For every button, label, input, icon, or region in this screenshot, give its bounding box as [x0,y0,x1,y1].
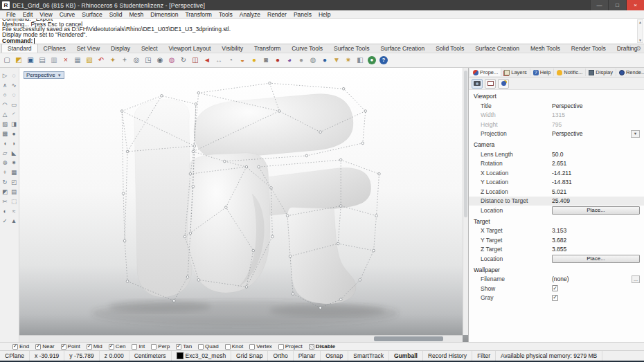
light-icon[interactable]: ● [249,55,259,66]
freeform-icon[interactable]: ◜ [10,109,19,119]
options-icon[interactable]: ✷ [343,55,353,66]
paste-icon[interactable]: ▧ [84,55,94,66]
browse-button[interactable]: ... [632,275,640,283]
light-properties-button[interactable] [498,79,509,89]
web-browser-icon[interactable]: ● [368,56,376,64]
ghosted-display-icon[interactable]: ◍ [308,55,318,66]
menu-item[interactable]: Mesh [126,11,147,18]
osnap-toggle[interactable]: End [12,343,29,350]
curve-boolean-icon[interactable]: ◐ [1,206,10,216]
rotate-view-icon[interactable]: ↻ [179,55,188,66]
status-cell[interactable]: SmartTrack [348,351,389,361]
osnap-toggle[interactable]: Quad [198,343,219,350]
shaded-display-icon[interactable]: ● [296,55,306,66]
osnap-checkbox[interactable] [132,344,137,350]
lens-length-value[interactable]: 50.0 [552,151,644,158]
toolbar-tab[interactable]: Render Tools [566,44,611,53]
control-point-curve-icon[interactable]: ∿ [10,80,19,90]
toolbar-tab[interactable]: CPlanes [38,44,71,53]
toolbar-tab[interactable]: Solid Tools [430,44,469,53]
osnap-toggle[interactable]: Knot [225,343,243,350]
fillet-icon[interactable]: ◣ [10,148,19,158]
status-cell[interactable]: Planar [294,351,321,361]
x-target-value[interactable]: 3.153 [552,227,644,234]
status-cell[interactable]: Centimeters [129,351,172,361]
check-tool-icon[interactable]: ✓ [1,216,10,226]
status-cell[interactable]: Record History [423,351,472,361]
render-preview-icon[interactable]: ◕ [285,55,294,66]
copy-tool-icon[interactable]: ▦ [10,168,19,177]
panel-tab[interactable]: Rende... [616,69,644,76]
status-cell[interactable]: Filter [472,351,496,361]
toolbar-tab[interactable]: Surface Tools [328,44,375,53]
menu-item[interactable]: Analyze [236,11,264,18]
scale-tool-icon[interactable]: ◰ [10,177,19,187]
render-icon[interactable]: ● [273,55,283,66]
status-cell[interactable]: y -75.789 [64,351,99,361]
menu-item[interactable]: Dimension [147,11,181,18]
undo-view-icon[interactable]: ◄ [202,55,212,66]
lock-icon[interactable]: ◙ [261,55,271,66]
box-icon[interactable]: ▩ [1,129,10,138]
osnap-toggle[interactable]: Vertex [249,343,272,350]
menu-item[interactable]: Panels [290,11,315,18]
y-target-value[interactable]: 3.682 [552,237,644,244]
osnap-toggle[interactable]: Point [61,343,80,350]
z-target-value[interactable]: 3.855 [552,246,644,253]
array-tool-icon[interactable]: ▤ [10,187,19,197]
zoom-dynamic-icon[interactable]: ◉ [155,55,165,66]
toolbar-tab[interactable]: Set View [71,44,105,53]
vertical-scroll-thumb[interactable] [464,71,467,217]
scroll-down-icon[interactable]: ▼ [638,38,642,42]
toolbar-tab[interactable]: Transform [249,44,286,53]
close-button[interactable]: × [626,0,644,10]
help-icon[interactable]: ? [379,56,388,64]
surface-loft-icon[interactable]: ◨ [10,119,19,129]
arc-icon[interactable]: ◠ [1,100,10,109]
explode-icon[interactable]: ✷ [10,158,19,168]
osnap-toggle[interactable]: Cen [109,343,126,350]
pan-view-icon[interactable]: ↔ [214,55,224,66]
toolbar-tab[interactable]: Surface Creation [469,44,525,53]
surface-icon[interactable]: ▧ [1,119,10,129]
delete-icon[interactable]: × [61,55,71,66]
menu-item[interactable]: Transform [181,11,215,18]
toolbar-tab[interactable]: Select [136,44,163,53]
copy-icon[interactable]: ▦ [73,55,82,66]
menu-item[interactable]: Surface [78,11,105,18]
osnap-toggle[interactable]: Tan [176,343,192,350]
named-view-icon[interactable]: ◔ [226,55,235,66]
maximize-button[interactable]: □ [608,0,626,10]
viewport-horizontal-scrollbar[interactable] [19,335,463,342]
lasso-select-icon[interactable]: ◌ [10,71,19,80]
panel-tab[interactable]: Display [586,69,616,76]
floating-viewport-icon[interactable]: ◧ [355,55,365,66]
toolbar-tab[interactable]: Viewport Layout [163,44,217,53]
toolbar-tab[interactable]: Mesh Tools [525,44,566,53]
scroll-up-icon[interactable]: ▲ [638,20,642,24]
viewport-vertical-scrollbar[interactable] [463,68,468,335]
osnap-checkbox[interactable] [151,344,156,350]
menu-item[interactable]: Edit [19,11,37,18]
osnap-checkbox[interactable] [176,344,181,350]
show-checkbox[interactable] [552,285,558,291]
trim-tool-icon[interactable]: ✂ [1,197,10,206]
panel-tab[interactable]: Prope... [470,69,501,76]
status-cell[interactable]: Exc3_02_mesh [172,351,232,361]
osnap-checkbox[interactable] [225,344,231,350]
status-cell[interactable]: Available physical memory: 9279 MB [496,351,602,361]
viewport-layout-icon[interactable]: ◫ [190,55,200,66]
osnap-checkbox[interactable] [278,344,284,350]
osnap-checkbox[interactable] [249,344,255,350]
join-icon[interactable]: ⊕ [1,158,10,168]
toolbar-tab[interactable]: Display [105,44,136,53]
toolbar-tab[interactable]: Visibility [216,44,249,53]
viewport-title-value[interactable]: Perspective [552,102,644,109]
move-tool-icon[interactable]: + [1,168,10,177]
wallpaper-filename-value[interactable]: (none) ... [552,275,644,283]
ellipse-icon[interactable]: ◌ [10,90,19,100]
open-file-icon[interactable]: ◩ [14,55,24,66]
mirror-tool-icon[interactable]: ◩ [1,187,10,197]
osnap-toggle[interactable]: Int [132,343,145,350]
menu-item[interactable]: Curve [56,11,79,18]
